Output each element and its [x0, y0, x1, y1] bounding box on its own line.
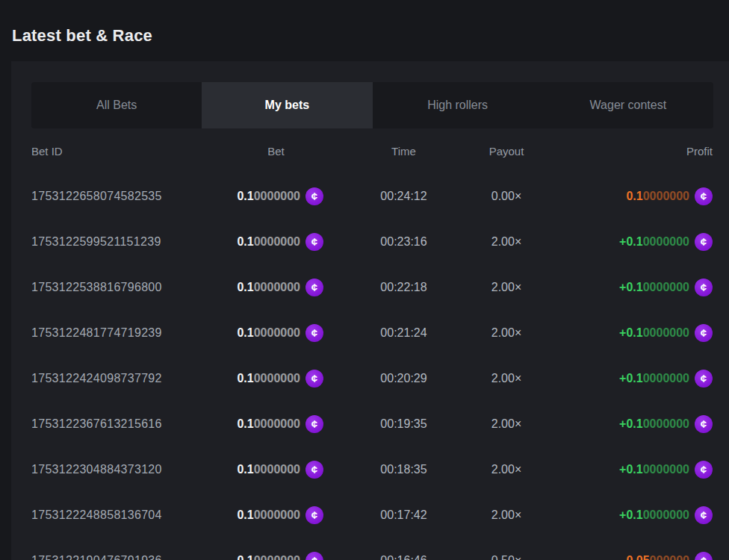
bet-profit-value: 0.10000000 [626, 190, 689, 203]
coin-icon: ¢ [305, 415, 323, 433]
bet-time: 00:24:12 [323, 190, 484, 203]
bet-amount-value: 0.10000000 [237, 508, 300, 522]
table-row[interactable]: 1753122481774719239 0.10000000 ¢ 00:21:2… [31, 310, 713, 355]
bet-id: 1753122248858136704 [31, 508, 211, 522]
bet-amount: 0.10000000 ¢ [211, 506, 323, 524]
tab-wager-contest[interactable]: Wager contest [543, 82, 713, 128]
coin-icon: ¢ [305, 279, 323, 296]
bets-table-header: Bet ID Bet Time Payout Profit [31, 128, 713, 173]
bet-profit-value: 0.05000000 [626, 554, 689, 560]
bet-profit-value: +0.10000000 [619, 235, 689, 249]
bet-profit: +0.10000000 ¢ [529, 324, 713, 342]
bet-profit: +0.10000000 ¢ [529, 506, 713, 524]
bet-profit: +0.10000000 ¢ [529, 233, 713, 251]
bet-profit-value: +0.10000000 [619, 463, 689, 476]
bet-amount: 0.10000000 ¢ [211, 415, 323, 433]
bet-id: 1753122538816796800 [31, 281, 211, 294]
bet-payout: 2.00× [484, 508, 529, 522]
coin-icon: ¢ [305, 324, 323, 342]
bet-amount-value: 0.10000000 [237, 281, 300, 294]
latest-bets-panel: All Bets My bets High rollers Wager cont… [11, 61, 729, 560]
bet-profit-value: +0.10000000 [619, 372, 689, 385]
bet-amount: 0.10000000 ¢ [211, 552, 323, 560]
bet-time: 00:21:24 [323, 326, 484, 340]
coin-icon: ¢ [305, 370, 323, 388]
coin-icon: ¢ [695, 324, 713, 342]
coin-icon: ¢ [695, 461, 713, 479]
coin-icon: ¢ [695, 506, 713, 524]
coin-icon: ¢ [305, 552, 323, 560]
bet-payout: 2.00× [484, 463, 529, 476]
tab-high-rollers[interactable]: High rollers [373, 82, 543, 128]
bet-time: 00:22:18 [323, 281, 484, 294]
coin-icon: ¢ [695, 279, 713, 296]
column-header-time: Time [323, 145, 484, 158]
table-row[interactable]: 1753122190476791936 0.10000000 ¢ 00:16:4… [31, 538, 713, 560]
bet-payout: 2.00× [484, 417, 529, 431]
bet-profit: +0.10000000 ¢ [529, 415, 713, 433]
bet-amount: 0.10000000 ¢ [211, 324, 323, 342]
bet-time: 00:20:29 [323, 372, 484, 385]
column-header-bet-id: Bet ID [31, 145, 211, 158]
bet-time: 00:17:42 [323, 508, 484, 522]
bet-profit-value: +0.10000000 [619, 326, 689, 340]
bet-profit-value: +0.10000000 [619, 281, 689, 294]
coin-icon: ¢ [305, 506, 323, 524]
bet-amount: 0.10000000 ¢ [211, 370, 323, 388]
bet-profit-value: +0.10000000 [619, 417, 689, 431]
column-header-bet: Bet [211, 145, 323, 158]
bet-id: 1753122481774719239 [31, 326, 211, 340]
table-row[interactable]: 1753122367613215616 0.10000000 ¢ 00:19:3… [31, 401, 713, 447]
bet-payout: 2.00× [484, 326, 529, 340]
tab-all-bets[interactable]: All Bets [31, 82, 202, 128]
bet-profit: 0.05000000 ¢ [529, 552, 713, 560]
bet-amount: 0.10000000 ¢ [211, 279, 323, 296]
table-row[interactable]: 1753122599521151239 0.10000000 ¢ 00:23:1… [31, 219, 713, 264]
bet-payout: 2.00× [484, 372, 529, 385]
table-row[interactable]: 1753122658074582535 0.10000000 ¢ 00:24:1… [31, 173, 713, 219]
bet-amount-value: 0.10000000 [237, 417, 300, 431]
bet-profit: +0.10000000 ¢ [529, 279, 713, 296]
bet-amount-value: 0.10000000 [237, 326, 300, 340]
bet-profit-value: +0.10000000 [619, 508, 689, 522]
bet-amount: 0.10000000 ¢ [211, 461, 323, 479]
bet-id: 1753122658074582535 [31, 190, 211, 203]
table-row[interactable]: 1753122248858136704 0.10000000 ¢ 00:17:4… [31, 492, 713, 538]
bet-time: 00:18:35 [323, 463, 484, 476]
column-header-payout: Payout [484, 145, 529, 158]
bet-amount-value: 0.10000000 [237, 235, 300, 249]
bet-payout: 2.00× [484, 235, 529, 249]
bet-time: 00:16:46 [323, 554, 484, 560]
coin-icon: ¢ [305, 233, 323, 251]
bet-profit: +0.10000000 ¢ [529, 461, 713, 479]
bet-payout: 0.00× [484, 190, 529, 203]
column-header-profit: Profit [529, 145, 713, 158]
bet-amount-value: 0.10000000 [237, 463, 300, 476]
bets-table: Bet ID Bet Time Payout Profit 1753122658… [31, 128, 713, 560]
bet-id: 1753122424098737792 [31, 372, 211, 385]
bet-payout: 2.00× [484, 281, 529, 294]
bet-amount-value: 0.10000000 [237, 372, 300, 385]
bet-amount: 0.10000000 ¢ [211, 233, 323, 251]
table-row[interactable]: 1753122424098737792 0.10000000 ¢ 00:20:2… [31, 355, 713, 401]
bet-time: 00:19:35 [323, 417, 484, 431]
table-body: 1753122658074582535 0.10000000 ¢ 00:24:1… [31, 173, 713, 560]
bet-profit: 0.10000000 ¢ [529, 187, 713, 205]
bet-id: 1753122599521151239 [31, 235, 211, 249]
bets-tab-bar: All Bets My bets High rollers Wager cont… [31, 82, 713, 128]
coin-icon: ¢ [695, 233, 713, 251]
coin-icon: ¢ [695, 552, 713, 560]
coin-icon: ¢ [695, 415, 713, 433]
coin-icon: ¢ [695, 187, 713, 205]
bet-profit: +0.10000000 ¢ [529, 370, 713, 388]
bet-id: 1753122190476791936 [31, 554, 211, 560]
bet-amount-value: 0.10000000 [237, 554, 300, 560]
bet-amount: 0.10000000 ¢ [211, 187, 323, 205]
table-row[interactable]: 1753122304884373120 0.10000000 ¢ 00:18:3… [31, 447, 713, 492]
bet-id: 1753122304884373120 [31, 463, 211, 476]
bet-payout: 0.50× [484, 554, 529, 560]
tab-my-bets[interactable]: My bets [202, 82, 372, 128]
coin-icon: ¢ [695, 370, 713, 388]
coin-icon: ¢ [305, 187, 323, 205]
table-row[interactable]: 1753122538816796800 0.10000000 ¢ 00:22:1… [31, 264, 713, 310]
